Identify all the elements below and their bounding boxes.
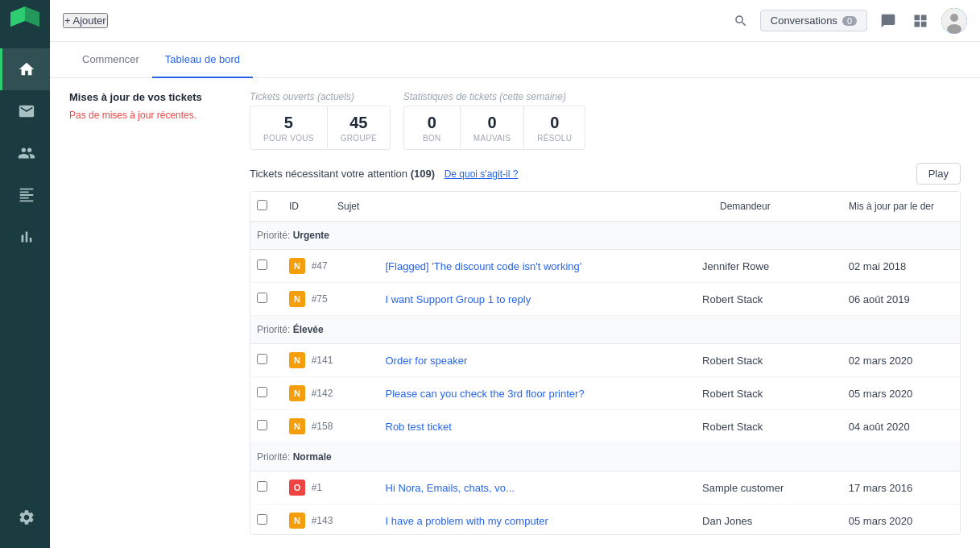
ticket-subject[interactable]: [Flagged] 'The discount code isn't worki… [386, 260, 582, 272]
table-row: N #75 I want Support Group 1 to reply Ro… [250, 283, 960, 316]
table-row: N #141 Order for speaker Robert Stack 02… [250, 344, 960, 377]
ticket-subject[interactable]: I have a problem with my computer [386, 515, 548, 527]
sidebar-item-reports[interactable] [0, 174, 50, 216]
ticket-id: #143 [312, 515, 333, 526]
row-mis-cell: 17 mars 2016 [839, 471, 960, 504]
svg-marker-0 [10, 6, 25, 27]
row-checkbox-cell [250, 344, 279, 377]
ticket-badge: N [289, 513, 305, 529]
chat-icon [880, 13, 896, 29]
open-tickets-group: Tickets ouverts (actuels) 5 POUR VOUS 45… [250, 91, 391, 150]
sidebar-item-settings[interactable] [0, 496, 50, 538]
analytics-icon [18, 228, 35, 246]
col-id-header: ID [279, 192, 328, 222]
svg-marker-1 [25, 6, 39, 27]
right-panel: Tickets ouverts (actuels) 5 POUR VOUS 45… [250, 91, 961, 535]
row-subject-cell: Order for speaker [376, 344, 693, 377]
table-row: N #143 I have a problem with my computer… [250, 504, 960, 535]
ticket-stats-group: Statistiques de tickets (cette semaine) … [403, 91, 585, 150]
tabs: Commencer Tableau de bord [50, 42, 980, 78]
left-panel: Mises à jour de vos tickets Pas de mises… [69, 91, 230, 535]
row-subject-cell: [Flagged] 'The discount code isn't worki… [376, 250, 693, 283]
row-checkbox[interactable] [257, 481, 267, 492]
add-button[interactable]: + Ajouter [63, 13, 108, 28]
row-checkbox-cell [250, 250, 279, 283]
tickets-help-link[interactable]: De quoi s'agit-il ? [445, 168, 519, 180]
row-demandeur-cell: Jennifer Rowe [693, 250, 839, 283]
sidebar-item-contacts[interactable] [0, 132, 50, 174]
stat-resolu: 0 RÉSOLU [524, 106, 585, 149]
sidebar-item-tickets[interactable] [0, 90, 50, 132]
updates-empty: Pas de mises à jour récentes. [69, 110, 230, 121]
ticket-subject[interactable]: Hi Nora, Emails, chats, vo... [386, 482, 515, 494]
row-subject-cell: Please can you check the 3rd floor print… [376, 377, 693, 410]
reports-icon [18, 186, 35, 204]
ticket-id: #47 [312, 260, 328, 272]
play-button[interactable]: Play [916, 163, 961, 185]
ticket-id: #141 [312, 355, 333, 366]
sidebar-item-home[interactable] [0, 48, 50, 90]
search-button[interactable] [731, 11, 751, 31]
ticket-badge: O [289, 480, 305, 496]
row-checkbox[interactable] [257, 293, 267, 303]
ticket-badge: N [289, 385, 305, 401]
table-row: N #158 Rob test ticket Robert Stack 04 a… [250, 410, 960, 443]
sidebar-item-analytics[interactable] [0, 216, 50, 258]
row-demandeur-cell: Robert Stack [693, 283, 839, 316]
row-id-cell: N #141 [279, 344, 376, 377]
conversations-label: Conversations [771, 15, 837, 27]
ticket-subject[interactable]: Rob test ticket [386, 421, 452, 433]
stat-bon: 0 BON [404, 106, 461, 149]
tickets-title: Tickets nécessitant votre attention (109… [250, 168, 438, 180]
ticket-id: #158 [312, 421, 333, 432]
row-demandeur-cell: Sample customer [693, 471, 839, 504]
row-id-cell: N #142 [279, 377, 376, 410]
select-all-checkbox[interactable] [257, 200, 267, 210]
col-mis-header: Mis à jour par le der [839, 192, 960, 222]
ticket-subject[interactable]: Order for speaker [386, 355, 468, 367]
ticket-stats-title: Statistiques de tickets (cette semaine) [403, 91, 585, 102]
row-checkbox-cell [250, 410, 279, 443]
tab-tableau-de-bord[interactable]: Tableau de bord [152, 42, 253, 78]
tickets-tbody: Priorité: Urgente N #47 [Flagged] 'The d… [250, 222, 960, 534]
row-subject-cell: Hi Nora, Emails, chats, vo... [376, 471, 693, 504]
contacts-icon [18, 144, 35, 162]
col-demandeur-header: Demandeur [710, 192, 839, 222]
grid-icon [912, 13, 928, 29]
ticket-stats-values: 0 BON 0 MAUVAIS 0 RÉSOLU [403, 106, 585, 150]
avatar[interactable] [941, 8, 967, 34]
col-checkbox [250, 192, 279, 222]
tickets-table-body: Priorité: Urgente N #47 [Flagged] 'The d… [250, 222, 960, 534]
row-subject-cell: I have a problem with my computer [376, 504, 693, 535]
chat-icon-button[interactable] [877, 10, 899, 32]
row-checkbox[interactable] [257, 387, 267, 397]
row-demandeur-cell: Dan Jones [693, 504, 839, 535]
grid-icon-button[interactable] [909, 10, 932, 32]
ticket-badge: N [289, 258, 305, 274]
tab-commencer[interactable]: Commencer [69, 42, 152, 78]
row-id-cell: O #1 [279, 471, 376, 504]
open-tickets-title: Tickets ouverts (actuels) [250, 91, 391, 102]
row-checkbox[interactable] [257, 259, 267, 270]
table-row: N #47 [Flagged] 'The discount code isn't… [250, 250, 960, 283]
stat-pour-vous: 5 POUR VOUS [250, 106, 328, 149]
priority-label: Priorité: Normale [250, 443, 960, 471]
row-mis-cell: 05 mars 2020 [839, 504, 960, 535]
main-content: + Ajouter Conversations 0 [50, 0, 980, 548]
row-id-cell: N #75 [279, 283, 376, 316]
updates-title: Mises à jour de vos tickets [69, 91, 230, 103]
row-id-cell: N #47 [279, 250, 376, 283]
ticket-subject[interactable]: Please can you check the 3rd floor print… [386, 388, 585, 400]
row-id-cell: N #143 [279, 504, 376, 535]
row-checkbox[interactable] [257, 514, 267, 525]
row-checkbox[interactable] [257, 420, 267, 430]
logo[interactable] [0, 0, 50, 42]
content-body: Mises à jour de vos tickets Pas de mises… [50, 78, 980, 548]
table-head: ID Sujet Demandeur Mis à jour par le der [250, 192, 960, 222]
row-checkbox[interactable] [257, 354, 267, 364]
conversations-button[interactable]: Conversations 0 [760, 10, 867, 31]
stat-groupe: 45 GROUPE [328, 106, 390, 149]
ticket-id: #142 [312, 388, 333, 399]
ticket-subject[interactable]: I want Support Group 1 to reply [386, 293, 531, 305]
search-icon [734, 14, 748, 28]
